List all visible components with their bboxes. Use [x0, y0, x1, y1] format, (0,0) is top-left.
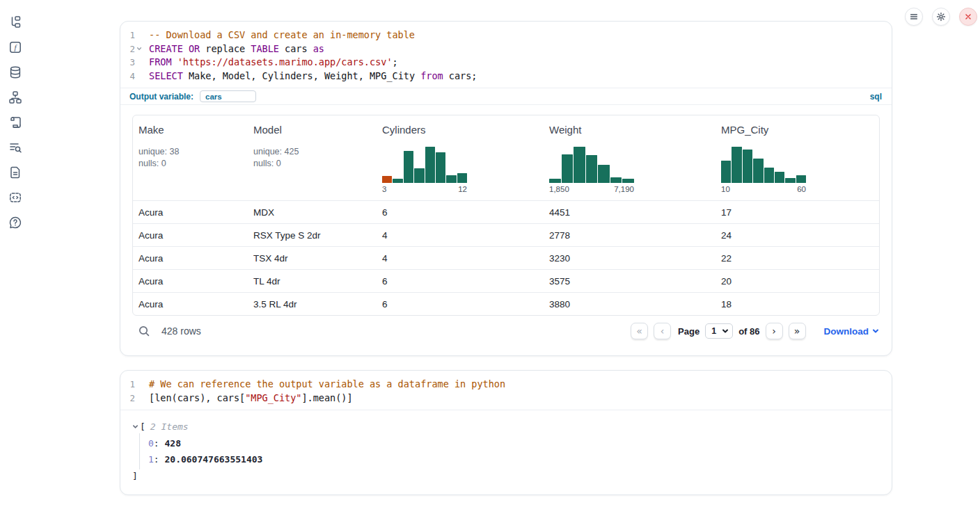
table-cell: 18: [716, 299, 879, 309]
table-body: AcuraMDX6445117AcuraRSX Type S 2dr427782…: [133, 200, 879, 315]
code-text: FROM 'https://datasets.marimo.app/cars.c…: [143, 56, 398, 70]
menu-button[interactable]: [905, 8, 923, 26]
table-cell: 3.5 RL 4dr: [248, 299, 377, 309]
code-line[interactable]: 2[len(cars), cars["MPG_City"].mean()]: [120, 392, 892, 405]
tree-root-line: [ 2 Items: [132, 419, 880, 433]
table-cell: 3230: [544, 253, 716, 264]
datasources-database-icon[interactable]: [8, 65, 22, 79]
dependency-graph-icon[interactable]: [8, 90, 22, 104]
column-header-weight[interactable]: Weight1,8507,190: [544, 115, 716, 200]
table-row[interactable]: AcuraMDX6445117: [133, 200, 879, 223]
column-header-cylinders[interactable]: Cylinders312: [377, 115, 544, 200]
variables-function-icon[interactable]: f: [8, 40, 22, 54]
page-select[interactable]: 1: [705, 323, 733, 339]
tree-close-bracket: ]: [132, 469, 880, 483]
table-cell: 6: [377, 207, 544, 218]
histogram-bar: [743, 150, 752, 183]
snippets-code-icon[interactable]: [8, 191, 22, 204]
language-badge-sql[interactable]: sql: [870, 92, 882, 102]
column-name[interactable]: Model: [253, 124, 371, 136]
line-number: 1: [120, 378, 135, 392]
histogram-bar: [414, 168, 424, 183]
chevron-down-icon: [722, 328, 729, 335]
histogram-bar: [796, 175, 806, 183]
table-row[interactable]: AcuraTL 4dr6357520: [133, 269, 879, 292]
first-page-button[interactable]: «: [631, 323, 648, 339]
histogram-bar: [622, 179, 634, 183]
page-total-label: of 86: [738, 326, 759, 337]
output-variable-row: Output variable: sql: [120, 88, 892, 105]
column-histogram: 1060: [721, 147, 806, 195]
column-header-mpg_city[interactable]: MPG_City1060: [716, 115, 879, 200]
table-cell: 6: [377, 276, 544, 287]
fold-spacer: [135, 29, 143, 42]
sql-code-editor[interactable]: 1-- Download a CSV and create an in-memo…: [120, 22, 892, 88]
last-page-button[interactable]: »: [789, 323, 806, 339]
next-page-button[interactable]: ›: [766, 323, 783, 339]
column-name[interactable]: MPG_City: [721, 124, 874, 136]
code-line[interactable]: 2CREATE OR replace TABLE cars as: [120, 42, 892, 56]
outline-tree-icon[interactable]: [8, 15, 22, 29]
histogram-bar: [457, 173, 467, 183]
histogram-bar: [586, 155, 598, 183]
table-cell: 20: [716, 276, 879, 287]
python-cell: 1# We can reference the output variable …: [120, 370, 892, 495]
fold-spacer: [135, 392, 143, 405]
documentation-file-icon[interactable]: [8, 166, 22, 179]
code-line[interactable]: 4SELECT Make, Model, Cylinders, Weight, …: [120, 70, 892, 83]
sql-cell: 1-- Download a CSV and create an in-memo…: [120, 21, 892, 356]
settings-gear-button[interactable]: [932, 8, 950, 26]
table-cell: 3880: [544, 299, 716, 309]
output-variable-input[interactable]: [200, 90, 256, 102]
search-icon[interactable]: [138, 325, 150, 337]
fold-spacer: [135, 70, 143, 83]
logs-scroll-icon[interactable]: [8, 115, 22, 129]
table-cell: Acura: [133, 276, 248, 287]
table-row[interactable]: Acura3.5 RL 4dr6388018: [133, 292, 879, 315]
data-table: Makeunique: 38nulls: 0Modelunique: 425nu…: [132, 115, 880, 316]
tree-entries: 0: 4281: 20.060747663551403: [139, 433, 880, 469]
help-question-icon[interactable]: [8, 216, 22, 230]
code-text: -- Download a CSV and create an in-memor…: [143, 29, 415, 42]
table-row[interactable]: AcuraTSX 4dr4323022: [133, 246, 879, 269]
download-button[interactable]: Download: [824, 326, 880, 337]
prev-page-button[interactable]: ‹: [654, 323, 671, 339]
column-name[interactable]: Make: [139, 124, 242, 136]
code-text: CREATE OR replace TABLE cars as: [143, 42, 324, 56]
topbar-controls: [905, 8, 977, 26]
python-code-editor[interactable]: 1# We can reference the output variable …: [120, 371, 892, 410]
table-cell: TSX 4dr: [248, 253, 377, 264]
histogram-bar: [721, 161, 731, 183]
tree-open-bracket: [: [140, 421, 145, 432]
chevron-down-icon: [872, 328, 879, 335]
code-text: # We can reference the output variable a…: [143, 378, 505, 392]
table-cell: Acura: [133, 253, 248, 264]
svg-text:f: f: [14, 43, 17, 51]
row-count-label: 428 rows: [161, 325, 201, 337]
code-line[interactable]: 3FROM 'https://datasets.marimo.app/cars.…: [120, 56, 892, 70]
table-cell: 2778: [544, 230, 716, 241]
histogram-bar: [785, 178, 795, 183]
column-name[interactable]: Cylinders: [382, 124, 538, 136]
table-cell: RSX Type S 2dr: [248, 230, 377, 241]
histogram-bar: [574, 147, 585, 183]
code-line[interactable]: 1-- Download a CSV and create an in-memo…: [120, 29, 892, 42]
table-row[interactable]: AcuraRSX Type S 2dr4277824: [133, 223, 879, 246]
column-stats: unique: 38nulls: 0: [139, 146, 242, 169]
download-label: Download: [824, 326, 869, 337]
code-line[interactable]: 1# We can reference the output variable …: [120, 378, 892, 392]
column-header-make[interactable]: Makeunique: 38nulls: 0: [133, 115, 248, 200]
histogram-axis-labels: 312: [382, 185, 467, 195]
histogram-axis-labels: 1060: [721, 185, 806, 195]
close-button[interactable]: [959, 8, 977, 26]
pagination-controls: « ‹ Page 1 of 86 › » Download: [631, 323, 879, 339]
table-cell: 4451: [544, 207, 716, 218]
column-header-model[interactable]: Modelunique: 425nulls: 0: [248, 115, 377, 200]
column-name[interactable]: Weight: [549, 124, 710, 136]
collapse-chevron-icon[interactable]: [132, 424, 140, 430]
fold-chevron-icon[interactable]: [135, 42, 143, 56]
fold-spacer: [135, 56, 143, 70]
column-stats: unique: 425nulls: 0: [253, 146, 371, 169]
table-cell: 6: [377, 299, 544, 309]
trace-list-search-icon[interactable]: [8, 140, 22, 154]
